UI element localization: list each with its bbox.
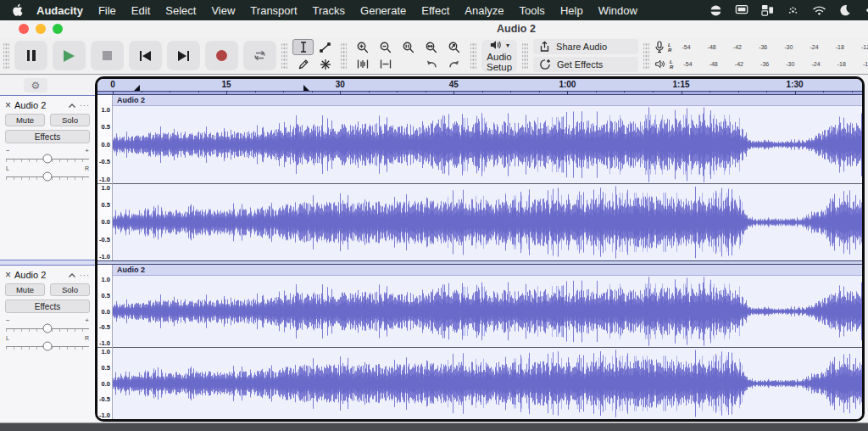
selection-tool-button[interactable]: [292, 39, 314, 55]
recording-meter[interactable]: LR -54-48-42-36-30-24-18-12-6: [654, 40, 868, 54]
redo-button[interactable]: [443, 56, 465, 72]
track-1-clip[interactable]: Audio 2: [113, 95, 862, 260]
playback-meter[interactable]: LR -54-48-42-36-30-24-18-12-6: [654, 57, 868, 71]
undo-button[interactable]: [420, 56, 442, 72]
zoom-window-button[interactable]: [53, 24, 63, 34]
track-close-button[interactable]: ×: [5, 270, 11, 280]
close-window-button[interactable]: [19, 24, 29, 34]
audio-setup-button[interactable]: ▾ Audio Setup: [481, 40, 517, 72]
do-not-disturb-moon-icon[interactable]: [839, 4, 851, 16]
edit-toolbar-grip[interactable]: [341, 42, 347, 70]
gain-slider[interactable]: − +: [5, 317, 90, 334]
menu-view[interactable]: View: [203, 4, 242, 17]
screen-record-icon[interactable]: [709, 4, 722, 17]
waveform-left-channel[interactable]: [113, 106, 862, 183]
stage-manager-icon[interactable]: [761, 4, 774, 16]
zoom-in-icon: [356, 41, 370, 54]
track-1-vertical-ruler[interactable]: 1.00.50.0-0.5-1.0 1.00.50.0-0.5-1.0: [97, 95, 113, 260]
menu-tools[interactable]: Tools: [512, 4, 553, 17]
track-name[interactable]: Audio 2: [14, 270, 64, 280]
zoom-selection-button[interactable]: [398, 39, 420, 55]
pause-button[interactable]: [14, 41, 47, 70]
trim-audio-button[interactable]: [352, 56, 374, 72]
waveform-right-channel[interactable]: [113, 348, 862, 419]
gain-slider-thumb[interactable]: [43, 154, 53, 164]
clip-header[interactable]: Audio 2: [113, 95, 862, 106]
menu-edit[interactable]: Edit: [124, 4, 158, 17]
share-audio-button[interactable]: Share Audio: [533, 39, 638, 54]
effects-button[interactable]: Effects: [5, 130, 90, 143]
stop-button[interactable]: [91, 41, 124, 70]
zoom-fit-project-button[interactable]: [420, 39, 442, 55]
share-toolbar-grip[interactable]: [522, 42, 528, 70]
menu-generate[interactable]: Generate: [353, 4, 414, 17]
track-name[interactable]: Audio 2: [14, 100, 64, 110]
silence-audio-icon: [379, 58, 392, 70]
apple-menu-icon[interactable]: [12, 3, 24, 17]
envelope-tool-button[interactable]: [314, 39, 336, 55]
timeline-selection-marker[interactable]: [134, 85, 140, 91]
gain-slider[interactable]: − +: [5, 148, 90, 165]
timeline-options-button[interactable]: ⚙: [24, 78, 47, 92]
pan-slider[interactable]: L R: [5, 335, 90, 352]
solo-button[interactable]: Solo: [50, 114, 90, 126]
mute-button[interactable]: Mute: [5, 283, 45, 296]
minimize-window-button[interactable]: [36, 24, 46, 34]
track-2-clip[interactable]: Audio 2: [113, 265, 862, 419]
silence-audio-button[interactable]: [375, 56, 397, 72]
timeline-ruler[interactable]: 01530451:001:151:30: [97, 79, 862, 95]
track-2-vertical-ruler[interactable]: 1.00.50.0-0.5-1.0 1.00.50.0-0.5-1.0: [97, 265, 113, 419]
menu-analyze[interactable]: Analyze: [457, 4, 511, 17]
get-effects-button[interactable]: Get Effects: [533, 57, 638, 72]
pan-slider[interactable]: L R: [5, 165, 90, 182]
skip-to-end-button[interactable]: [167, 41, 200, 70]
transport-toolbar-grip[interactable]: [3, 42, 9, 70]
multi-tool-button[interactable]: [314, 56, 336, 72]
clipped-status-icon[interactable]: [864, 4, 868, 16]
skip-to-start-button[interactable]: [129, 41, 162, 70]
gain-slider-thumb[interactable]: [43, 324, 53, 333]
gain-max-label: +: [85, 317, 89, 324]
mute-button[interactable]: Mute: [5, 114, 45, 126]
record-button[interactable]: [205, 41, 238, 70]
track-close-button[interactable]: ×: [5, 100, 11, 110]
display-icon[interactable]: [735, 4, 748, 16]
timeline-selection-marker[interactable]: [303, 85, 309, 91]
menu-select[interactable]: Select: [158, 4, 203, 17]
effects-button[interactable]: Effects: [5, 299, 90, 313]
loop-button[interactable]: [243, 41, 276, 70]
menu-file[interactable]: File: [91, 4, 124, 17]
timeline-tick: [709, 91, 710, 92]
menu-transport[interactable]: Transport: [242, 4, 304, 17]
pan-slider-thumb[interactable]: [43, 342, 53, 351]
zoom-toggle-button[interactable]: [443, 39, 465, 55]
track-collapse-button[interactable]: [68, 272, 76, 278]
audio-setup-toolbar-grip[interactable]: [470, 42, 476, 70]
wifi-icon[interactable]: [812, 5, 826, 16]
waveform-left-channel[interactable]: [113, 276, 862, 347]
pan-slider-thumb[interactable]: [43, 172, 53, 182]
draw-tool-button[interactable]: [292, 56, 314, 72]
track-menu-button[interactable]: ···: [80, 102, 90, 109]
menu-help[interactable]: Help: [553, 4, 591, 17]
menu-audacity[interactable]: Audacity: [29, 4, 91, 17]
timeline-scrub-band[interactable]: [97, 91, 862, 95]
meter-toolbar-grip[interactable]: [643, 42, 649, 70]
menu-window[interactable]: Window: [591, 4, 645, 17]
waveform-right-channel[interactable]: [113, 184, 862, 261]
tools-toolbar-grip[interactable]: [281, 42, 287, 70]
right-channel-scale: 1.00.50.0-0.5-1.0: [97, 184, 112, 261]
chevron-up-icon: [68, 103, 76, 109]
window-title-bar[interactable]: Audio 2: [0, 20, 868, 37]
zoom-out-button[interactable]: [375, 39, 397, 55]
timeline-tick: [453, 91, 454, 94]
clip-header[interactable]: Audio 2: [113, 265, 862, 276]
menu-tracks[interactable]: Tracks: [305, 4, 353, 17]
zoom-in-button[interactable]: [352, 39, 374, 55]
play-button[interactable]: [53, 41, 86, 70]
menu-effect[interactable]: Effect: [414, 4, 457, 17]
solo-button[interactable]: Solo: [50, 283, 90, 296]
track-collapse-button[interactable]: [68, 103, 76, 109]
track-menu-button[interactable]: ···: [80, 271, 90, 279]
keyboard-brightness-icon[interactable]: [787, 5, 799, 16]
